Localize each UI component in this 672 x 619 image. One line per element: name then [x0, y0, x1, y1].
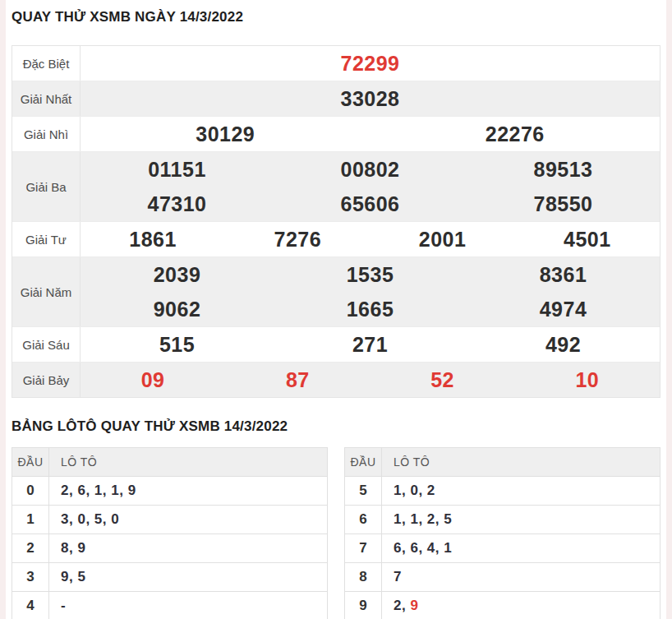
loto-head-cell: 7 — [345, 534, 382, 563]
loto-digit: 6 — [394, 540, 402, 556]
loto-digits-cell: 2, 9 — [382, 592, 660, 619]
prize-label: Đặc Biệt — [12, 46, 81, 81]
loto-row: 39, 5 — [12, 563, 328, 592]
loto-digits-cell: - — [49, 592, 328, 619]
prize-label: Giải Nhất — [12, 81, 81, 116]
prize-row: Giải Ba011510080289513473106560678550 — [12, 151, 660, 221]
prize-number: 09 — [81, 363, 225, 397]
prize-value-line: 906216654974 — [81, 292, 660, 326]
loto-digits-cell: 8, 9 — [49, 534, 328, 563]
loto-digit: 1 — [394, 511, 402, 527]
loto-digit: 5 — [77, 569, 85, 584]
loto-header-row: ĐẦU LÔ TÔ — [12, 448, 328, 477]
loto-header-row: ĐẦU LÔ TÔ — [345, 448, 660, 477]
loto-digit: 1 — [394, 483, 402, 498]
loto-col-head: ĐẦU — [12, 448, 49, 477]
prize-label: Giải Sáu — [12, 327, 81, 362]
loto-table-left: ĐẦU LÔ TÔ 02, 6, 1, 1, 913, 0, 5, 028, 9… — [12, 447, 328, 619]
loto-row: 61, 1, 2, 5 — [345, 506, 660, 534]
prize-row: Giải Tư1861727620014501 — [12, 221, 660, 256]
prize-number: 515 — [81, 327, 274, 362]
prize-row: Đặc Biệt72299 — [12, 46, 660, 81]
prize-label: Giải Bảy — [12, 363, 81, 397]
loto-digit: 7 — [394, 569, 402, 584]
prize-value-line: 72299 — [81, 46, 660, 81]
prize-values: 011510080289513473106560678550 — [81, 152, 660, 221]
prize-label: Giải Năm — [12, 257, 81, 326]
prize-number: 7276 — [225, 222, 370, 256]
prize-number: 10 — [515, 363, 660, 397]
loto-digit: 2 — [394, 598, 402, 613]
prize-number: 492 — [467, 327, 660, 362]
loto-digit: 1 — [410, 511, 418, 527]
loto-row: 92, 9 — [345, 592, 660, 619]
loto-row: 51, 0, 2 — [345, 477, 660, 506]
loto-section-title: BẢNG LÔTÔ QUAY THỬ XSMB 14/3/2022 — [12, 418, 660, 435]
loto-head-cell: 9 — [345, 592, 382, 619]
prize-number: 1861 — [81, 222, 225, 256]
loto-row: 13, 0, 5, 0 — [12, 506, 328, 534]
loto-digit: 5 — [94, 511, 103, 527]
prize-number: 1665 — [274, 292, 467, 326]
loto-table-right: ĐẦU LÔ TÔ 51, 0, 261, 1, 2, 576, 6, 4, 1… — [344, 447, 660, 619]
loto-row: 4- — [12, 592, 328, 619]
loto-digits-cell: 6, 6, 4, 1 — [382, 534, 660, 563]
prize-value-line: 1861727620014501 — [81, 222, 660, 256]
loto-head-cell: 8 — [345, 563, 382, 592]
prize-number: 01151 — [81, 152, 274, 187]
loto-col-head: ĐẦU — [345, 448, 382, 477]
prize-number: 30129 — [81, 117, 371, 151]
prize-number: 4501 — [515, 222, 660, 256]
loto-row: 76, 6, 4, 1 — [345, 534, 660, 563]
prize-number: 33028 — [81, 81, 660, 116]
prize-label: Giải Ba — [12, 152, 81, 221]
loto-digit: 9 — [61, 569, 69, 584]
prize-row: Giải Sáu515271492 — [12, 326, 660, 362]
prize-value-line: 515271492 — [81, 327, 660, 362]
loto-digit: 5 — [444, 511, 452, 527]
loto-tables: ĐẦU LÔ TÔ 02, 6, 1, 1, 913, 0, 5, 028, 9… — [12, 447, 660, 619]
loto-digit: 9 — [410, 598, 418, 613]
loto-head-cell: 6 — [345, 506, 382, 534]
loto-body-left: 02, 6, 1, 1, 913, 0, 5, 028, 939, 54- — [12, 477, 328, 619]
prize-value-line: 011510080289513 — [81, 152, 660, 187]
prize-row: Giải Năm203915358361906216654974 — [12, 256, 660, 326]
prize-value-line: 203915358361 — [81, 257, 660, 292]
loto-col-loto: LÔ TÔ — [49, 448, 328, 477]
loto-digits-cell: 3, 0, 5, 0 — [49, 506, 328, 534]
loto-head-cell: 1 — [12, 506, 49, 534]
loto-head-cell: 5 — [345, 477, 382, 506]
loto-row: 87 — [345, 563, 660, 592]
page: QUAY THỬ XSMB NGÀY 14/3/2022 Đặc Biệt722… — [6, 0, 666, 619]
prize-number: 47310 — [81, 187, 274, 221]
prize-number: 9062 — [81, 292, 274, 326]
prize-values: 203915358361906216654974 — [81, 257, 660, 326]
loto-digit: 0 — [410, 483, 418, 498]
prize-values: 515271492 — [81, 327, 660, 362]
prize-label: Giải Nhì — [12, 117, 81, 151]
loto-digit: 2 — [427, 483, 435, 498]
prize-row: Giải Nhất33028 — [12, 81, 660, 116]
loto-digit: 0 — [77, 511, 85, 527]
loto-digits-cell: 9, 5 — [49, 563, 328, 592]
loto-digit: 6 — [410, 540, 418, 556]
prize-number: 65606 — [274, 187, 467, 221]
prize-number: 87 — [225, 363, 370, 397]
prize-number: 2039 — [81, 257, 274, 292]
prize-number: 271 — [274, 327, 467, 362]
loto-digit: 1 — [444, 540, 452, 556]
loto-digits-cell: 1, 1, 2, 5 — [382, 506, 660, 534]
loto-digit: 9 — [128, 483, 136, 498]
prize-number: 8361 — [467, 257, 660, 292]
prize-number: 2001 — [371, 222, 515, 256]
prize-number: 00802 — [274, 152, 467, 187]
loto-digit: 9 — [77, 540, 85, 556]
loto-body-right: 51, 0, 261, 1, 2, 576, 6, 4, 18792, 9 — [345, 477, 660, 619]
loto-head-cell: 4 — [12, 592, 49, 619]
prize-values: 3012922276 — [81, 117, 660, 151]
loto-digit: 1 — [94, 483, 103, 498]
prize-values: 09875210 — [81, 363, 660, 397]
prize-number: 4974 — [467, 292, 660, 326]
loto-col-loto: LÔ TÔ — [382, 448, 660, 477]
prize-number: 78550 — [467, 187, 660, 221]
